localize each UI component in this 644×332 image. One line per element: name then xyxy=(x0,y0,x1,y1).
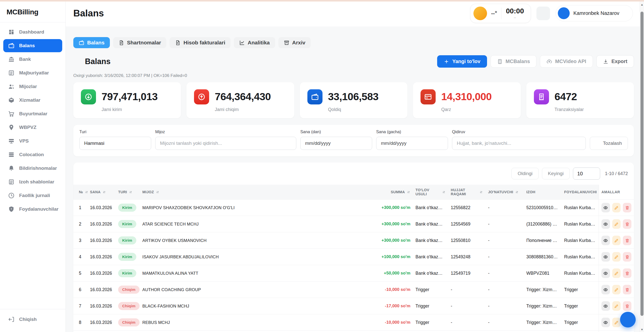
edit-button[interactable] xyxy=(612,285,621,294)
person-icon xyxy=(561,10,567,16)
tab-balans[interactable]: Balans xyxy=(73,37,110,48)
edit-button[interactable] xyxy=(612,268,621,278)
delete-button[interactable] xyxy=(623,203,631,212)
sidebar-item-balans[interactable]: Balans xyxy=(3,39,62,52)
column-header-jo-natuvchi[interactable]: JO'NATUVCHI xyxy=(486,185,524,199)
stat-card-jami-chiqim: 764,364,430Jami chiqim xyxy=(186,82,294,118)
column-header-mijoz[interactable]: MIJOZ xyxy=(140,185,378,199)
stat-label: Tranzaksiyalar xyxy=(555,107,584,112)
type-badge: Chiqim xyxy=(118,286,140,294)
edit-button[interactable] xyxy=(612,252,621,262)
column-header-foydalanuvchi[interactable]: FOYDALANUVCHI xyxy=(562,185,599,199)
table-header: №SANATURIMIJOZSUMMATO'LOV USULIHUJJAT RA… xyxy=(73,185,634,199)
wallet-icon xyxy=(311,93,319,101)
sidebar-item-mijozlar[interactable]: Mijozlar xyxy=(3,80,62,93)
client-search-input[interactable] xyxy=(160,141,292,146)
view-button[interactable] xyxy=(601,219,610,229)
sidebar-item-vps[interactable]: VPS xyxy=(3,134,62,148)
next-page-button[interactable]: Keyingi xyxy=(542,168,570,179)
view-button[interactable] xyxy=(601,236,610,245)
delete-button[interactable] xyxy=(623,252,631,262)
column-header-summa[interactable]: SUMMA xyxy=(378,185,413,199)
edit-button[interactable] xyxy=(612,301,621,311)
delete-button[interactable] xyxy=(623,236,631,245)
sidebar-item-label: Dashboard xyxy=(19,29,44,35)
export-button[interactable]: Export xyxy=(596,55,634,68)
column-header-to-lov-usuli[interactable]: TO'LOV USULI xyxy=(413,185,448,199)
view-button[interactable] xyxy=(601,285,610,294)
archive-icon xyxy=(284,40,289,46)
sidebar-item-dashboard[interactable]: Dashboard xyxy=(3,25,62,39)
tab-arxiv[interactable]: Arxiv xyxy=(278,37,311,48)
page-size-select[interactable]: 10 xyxy=(573,168,600,180)
date-to-input[interactable]: mm/dd/yyyy xyxy=(376,137,448,150)
sidebar-item-bildirishnomalar[interactable]: Bildirishnomalar xyxy=(3,162,62,175)
type-select[interactable]: Hammasi xyxy=(79,137,151,150)
date-from-input[interactable]: mm/dd/yyyy xyxy=(300,137,372,150)
sidebar-item-izoh-shablonlar[interactable]: Izoh shablonlar xyxy=(3,175,62,188)
view-button[interactable] xyxy=(601,301,610,311)
pagination-range: 1-10 / 6472 xyxy=(605,171,628,176)
main-area: Balans --° 00:00 -- Kamronbek Nazarov xyxy=(66,0,644,332)
pencil-icon xyxy=(614,238,619,243)
scrollbar-up-arrow[interactable]: ▲ xyxy=(640,3,644,6)
row-note: (312006886) Му... xyxy=(524,222,562,227)
clear-filters-button[interactable]: Tozalash xyxy=(590,137,628,150)
support-chat-fab[interactable] xyxy=(620,312,636,327)
yangi-to-lov-button[interactable]: Yangi to'lov xyxy=(437,55,487,68)
section-title: Balans xyxy=(73,57,111,66)
column-header-[interactable]: № xyxy=(73,185,87,199)
delete-button[interactable] xyxy=(623,219,631,229)
logout-button[interactable]: Chiqish xyxy=(3,313,62,326)
sidebar-item-xizmatlar[interactable]: Xizmatlar xyxy=(3,94,62,107)
sidebar-item-wbpvz[interactable]: WBPVZ xyxy=(3,121,62,134)
row-date: 16.03.2026 xyxy=(87,287,116,292)
table-row: 116.03.2026KirimMARIPOV SHAXZODBEK SHOVK… xyxy=(73,199,634,216)
row-user: Ruslan Kurbanov xyxy=(562,205,599,210)
calendar-icon xyxy=(362,141,367,146)
clock-date: -- xyxy=(505,16,525,19)
edit-button[interactable] xyxy=(612,236,621,245)
view-button[interactable] xyxy=(601,268,610,278)
tab-hisob-fakturalari[interactable]: Hisob fakturalari xyxy=(170,37,231,48)
sidebar-item-bank[interactable]: Bank xyxy=(3,53,62,66)
row-client: ARTIKOV OYBEK USMANOVICH xyxy=(140,238,378,243)
sidebar-item-majburiyatlar[interactable]: Majburiyatlar xyxy=(3,66,62,79)
sidebar-item-buyurtmalar[interactable]: Buyurtmalar xyxy=(3,107,62,120)
column-header-sana[interactable]: SANA xyxy=(87,185,116,199)
row-doc-number: - xyxy=(448,303,486,309)
mcvideo-api-button[interactable]: MCVideo API xyxy=(540,55,593,68)
sidebar-item-foydalanuvchilar[interactable]: Foydalanuvchilar xyxy=(3,203,62,216)
trash-icon xyxy=(625,222,630,227)
search-input[interactable] xyxy=(457,141,581,146)
delete-button[interactable] xyxy=(623,268,631,278)
column-header-hujjat-raqami[interactable]: HUJJAT RAQAMI xyxy=(448,185,486,199)
view-button[interactable] xyxy=(601,203,610,212)
tab-analitika[interactable]: Analitika xyxy=(234,37,275,48)
delete-button[interactable] xyxy=(623,285,631,294)
row-amount: -17,000 so'm xyxy=(378,303,413,309)
tab-shartnomalar[interactable]: Shartnomalar xyxy=(113,37,166,48)
chat-button[interactable] xyxy=(536,7,550,20)
scrollbar-thumb[interactable] xyxy=(640,12,643,316)
sidebar-item-faollik-jurnali[interactable]: Faollik jurnali xyxy=(3,189,62,202)
sidebar-item-colocation[interactable]: Colocation xyxy=(3,148,62,161)
view-button[interactable] xyxy=(601,318,610,327)
sort-icon xyxy=(102,190,106,194)
trash-icon xyxy=(625,238,630,243)
row-date: 16.03.2026 xyxy=(87,320,116,325)
view-button[interactable] xyxy=(601,252,610,262)
row-sender: - xyxy=(486,238,524,243)
column-header-turi[interactable]: TURI xyxy=(116,185,140,199)
edit-button[interactable] xyxy=(612,219,621,229)
edit-button[interactable] xyxy=(612,203,621,212)
prev-page-button[interactable]: Oldingi xyxy=(511,168,538,179)
tab-label: Hisob fakturalari xyxy=(183,40,225,46)
edit-button[interactable] xyxy=(612,318,621,327)
row-note: Trigger: Xizmat b... xyxy=(524,287,562,292)
user-menu[interactable]: Kamronbek Nazarov xyxy=(556,5,633,21)
scrollbar-down-arrow[interactable]: ▼ xyxy=(640,328,644,331)
mcbalans-button[interactable]: MCBalans xyxy=(491,55,537,68)
delete-button[interactable] xyxy=(623,301,631,311)
row-date: 16.03.2026 xyxy=(87,271,116,276)
